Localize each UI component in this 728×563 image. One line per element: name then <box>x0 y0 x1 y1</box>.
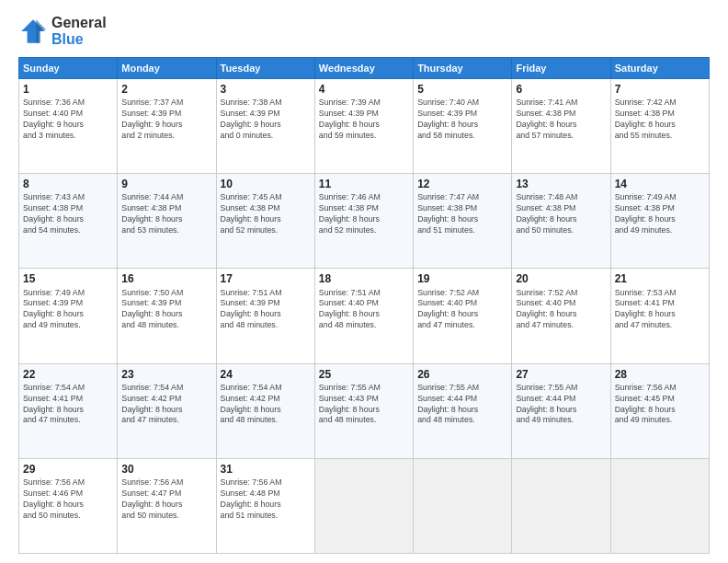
day-info: Sunrise: 7:45 AM Sunset: 4:38 PM Dayligh… <box>221 192 311 236</box>
header: General Blue <box>18 15 710 48</box>
calendar-cell: 6Sunrise: 7:41 AM Sunset: 4:38 PM Daylig… <box>512 79 610 174</box>
calendar-cell: 29Sunrise: 7:56 AM Sunset: 4:46 PM Dayli… <box>19 458 118 553</box>
column-header-friday: Friday <box>512 58 610 79</box>
day-number: 27 <box>516 367 606 382</box>
calendar-cell <box>314 458 413 553</box>
calendar-cell: 2Sunrise: 7:37 AM Sunset: 4:39 PM Daylig… <box>118 79 216 174</box>
day-number: 12 <box>417 177 507 191</box>
calendar-cell: 3Sunrise: 7:38 AM Sunset: 4:39 PM Daylig… <box>216 79 314 174</box>
calendar-cell: 12Sunrise: 7:47 AM Sunset: 4:38 PM Dayli… <box>414 174 512 269</box>
day-number: 17 <box>221 271 311 286</box>
calendar-week-row: 22Sunrise: 7:54 AM Sunset: 4:41 PM Dayli… <box>19 363 710 458</box>
calendar-cell: 28Sunrise: 7:56 AM Sunset: 4:45 PM Dayli… <box>610 363 709 458</box>
day-number: 25 <box>319 367 409 382</box>
day-info: Sunrise: 7:56 AM Sunset: 4:46 PM Dayligh… <box>23 477 113 522</box>
day-number: 29 <box>23 462 113 477</box>
day-number: 26 <box>417 367 507 382</box>
logo-icon <box>18 17 48 46</box>
day-info: Sunrise: 7:54 AM Sunset: 4:42 PM Dayligh… <box>121 383 211 427</box>
day-number: 14 <box>615 177 705 191</box>
day-number: 2 <box>121 82 211 97</box>
day-number: 3 <box>221 82 311 97</box>
day-info: Sunrise: 7:50 AM Sunset: 4:39 PM Dayligh… <box>121 288 211 332</box>
column-header-monday: Monday <box>118 58 216 79</box>
calendar-cell: 22Sunrise: 7:54 AM Sunset: 4:41 PM Dayli… <box>19 363 118 458</box>
day-number: 10 <box>221 177 311 191</box>
calendar-cell: 19Sunrise: 7:52 AM Sunset: 4:40 PM Dayli… <box>414 269 512 363</box>
svg-marker-0 <box>21 19 45 43</box>
column-header-tuesday: Tuesday <box>216 58 314 79</box>
column-header-thursday: Thursday <box>414 58 512 79</box>
day-info: Sunrise: 7:48 AM Sunset: 4:38 PM Dayligh… <box>516 192 606 236</box>
calendar-cell: 26Sunrise: 7:55 AM Sunset: 4:44 PM Dayli… <box>414 363 512 458</box>
calendar-cell: 24Sunrise: 7:54 AM Sunset: 4:42 PM Dayli… <box>216 363 314 458</box>
page: General Blue SundayMondayTuesdayWednesda… <box>0 0 728 563</box>
day-info: Sunrise: 7:49 AM Sunset: 4:39 PM Dayligh… <box>23 288 113 332</box>
day-number: 5 <box>417 82 507 97</box>
calendar-cell: 14Sunrise: 7:49 AM Sunset: 4:38 PM Dayli… <box>610 174 709 269</box>
calendar-cell <box>414 458 512 553</box>
calendar-week-row: 1Sunrise: 7:36 AM Sunset: 4:40 PM Daylig… <box>19 79 710 174</box>
day-number: 31 <box>221 462 311 477</box>
day-number: 22 <box>23 367 113 382</box>
day-number: 21 <box>615 271 705 286</box>
day-number: 28 <box>615 367 705 382</box>
calendar-cell: 23Sunrise: 7:54 AM Sunset: 4:42 PM Dayli… <box>118 363 216 458</box>
calendar-cell: 10Sunrise: 7:45 AM Sunset: 4:38 PM Dayli… <box>216 174 314 269</box>
day-info: Sunrise: 7:46 AM Sunset: 4:38 PM Dayligh… <box>319 192 409 236</box>
day-number: 20 <box>516 271 606 286</box>
calendar-cell: 25Sunrise: 7:55 AM Sunset: 4:43 PM Dayli… <box>314 363 413 458</box>
day-number: 23 <box>121 367 211 382</box>
day-number: 1 <box>23 82 113 97</box>
day-info: Sunrise: 7:51 AM Sunset: 4:39 PM Dayligh… <box>221 288 311 332</box>
day-number: 30 <box>121 462 211 477</box>
day-info: Sunrise: 7:56 AM Sunset: 4:48 PM Dayligh… <box>221 477 311 522</box>
day-info: Sunrise: 7:54 AM Sunset: 4:42 PM Dayligh… <box>221 383 311 427</box>
day-number: 18 <box>319 271 409 286</box>
logo-text: General Blue <box>51 15 107 48</box>
day-info: Sunrise: 7:55 AM Sunset: 4:44 PM Dayligh… <box>516 383 606 427</box>
column-header-saturday: Saturday <box>610 58 709 79</box>
day-info: Sunrise: 7:41 AM Sunset: 4:38 PM Dayligh… <box>516 98 606 142</box>
calendar-cell: 20Sunrise: 7:52 AM Sunset: 4:40 PM Dayli… <box>512 269 610 363</box>
day-number: 4 <box>319 82 409 97</box>
calendar-cell: 16Sunrise: 7:50 AM Sunset: 4:39 PM Dayli… <box>118 269 216 363</box>
calendar-cell: 13Sunrise: 7:48 AM Sunset: 4:38 PM Dayli… <box>512 174 610 269</box>
day-number: 15 <box>23 271 113 286</box>
day-number: 24 <box>221 367 311 382</box>
calendar-cell <box>512 458 610 553</box>
column-header-wednesday: Wednesday <box>314 58 413 79</box>
day-info: Sunrise: 7:55 AM Sunset: 4:44 PM Dayligh… <box>417 383 507 427</box>
calendar-cell: 8Sunrise: 7:43 AM Sunset: 4:38 PM Daylig… <box>19 174 118 269</box>
calendar-week-row: 29Sunrise: 7:56 AM Sunset: 4:46 PM Dayli… <box>19 458 710 553</box>
day-info: Sunrise: 7:52 AM Sunset: 4:40 PM Dayligh… <box>417 288 507 332</box>
day-info: Sunrise: 7:47 AM Sunset: 4:38 PM Dayligh… <box>417 192 507 236</box>
calendar-cell: 27Sunrise: 7:55 AM Sunset: 4:44 PM Dayli… <box>512 363 610 458</box>
calendar-cell: 5Sunrise: 7:40 AM Sunset: 4:39 PM Daylig… <box>414 79 512 174</box>
day-info: Sunrise: 7:38 AM Sunset: 4:39 PM Dayligh… <box>221 98 311 142</box>
calendar-cell: 1Sunrise: 7:36 AM Sunset: 4:40 PM Daylig… <box>19 79 118 174</box>
calendar-cell <box>610 458 709 553</box>
day-number: 13 <box>516 177 606 191</box>
day-number: 6 <box>516 82 606 97</box>
day-info: Sunrise: 7:42 AM Sunset: 4:38 PM Dayligh… <box>615 98 705 142</box>
day-info: Sunrise: 7:40 AM Sunset: 4:39 PM Dayligh… <box>417 98 507 142</box>
day-number: 19 <box>417 271 507 286</box>
calendar-cell: 4Sunrise: 7:39 AM Sunset: 4:39 PM Daylig… <box>314 79 413 174</box>
day-info: Sunrise: 7:36 AM Sunset: 4:40 PM Dayligh… <box>23 98 113 142</box>
day-info: Sunrise: 7:56 AM Sunset: 4:47 PM Dayligh… <box>121 477 211 522</box>
day-info: Sunrise: 7:54 AM Sunset: 4:41 PM Dayligh… <box>23 383 113 427</box>
day-number: 11 <box>319 177 409 191</box>
calendar-cell: 17Sunrise: 7:51 AM Sunset: 4:39 PM Dayli… <box>216 269 314 363</box>
calendar-cell: 21Sunrise: 7:53 AM Sunset: 4:41 PM Dayli… <box>610 269 709 363</box>
logo: General Blue <box>18 15 107 48</box>
calendar-cell: 31Sunrise: 7:56 AM Sunset: 4:48 PM Dayli… <box>216 458 314 553</box>
calendar-header-row: SundayMondayTuesdayWednesdayThursdayFrid… <box>19 58 710 79</box>
day-info: Sunrise: 7:52 AM Sunset: 4:40 PM Dayligh… <box>516 288 606 332</box>
day-info: Sunrise: 7:49 AM Sunset: 4:38 PM Dayligh… <box>615 192 705 236</box>
day-info: Sunrise: 7:44 AM Sunset: 4:38 PM Dayligh… <box>121 192 211 236</box>
calendar-week-row: 15Sunrise: 7:49 AM Sunset: 4:39 PM Dayli… <box>19 269 710 363</box>
day-number: 7 <box>615 82 705 97</box>
calendar-cell: 15Sunrise: 7:49 AM Sunset: 4:39 PM Dayli… <box>19 269 118 363</box>
calendar-cell: 30Sunrise: 7:56 AM Sunset: 4:47 PM Dayli… <box>118 458 216 553</box>
